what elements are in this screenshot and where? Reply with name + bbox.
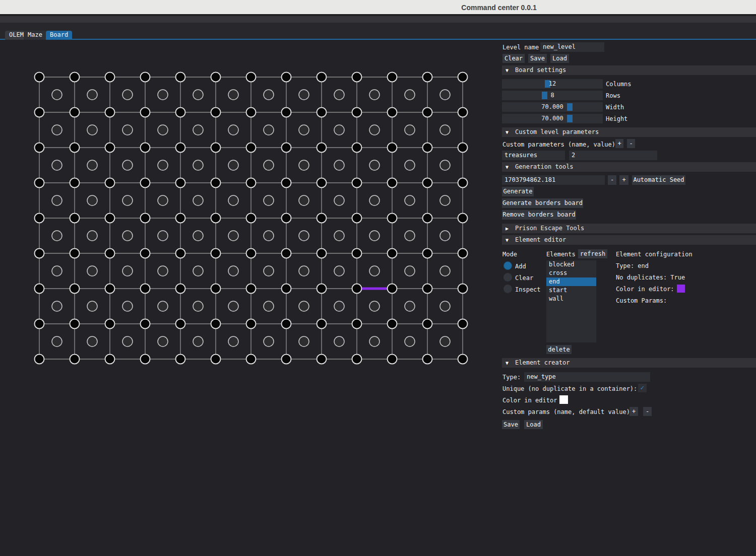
automatic-seed-button[interactable]: Automatic Seed [632, 175, 685, 185]
remove-param-button[interactable]: - [627, 139, 635, 148]
board-settings-header[interactable]: ▼Board settings [502, 65, 756, 75]
mode-radio-inspect[interactable] [503, 285, 512, 293]
clear-button[interactable]: Clear [502, 54, 525, 63]
seed-increment-button[interactable]: + [619, 175, 628, 185]
tab-bar [0, 23, 756, 40]
creator-load-button[interactable]: Load [524, 420, 543, 429]
height-label: Height [606, 115, 627, 123]
generate-button[interactable]: Generate [502, 187, 534, 196]
width-label: Width [606, 103, 624, 111]
param-value-input[interactable]: 2 [569, 151, 657, 160]
list-item-blocked[interactable]: blocked [546, 260, 596, 269]
list-item-wall[interactable]: wall [546, 295, 596, 303]
elements-label: Elements [546, 250, 576, 258]
mode-label: Mode [502, 250, 517, 258]
config-no-duplicates: No duplicates: True [616, 273, 685, 282]
creator-save-button[interactable]: Save [502, 420, 520, 429]
columns-slider[interactable]: 12 [502, 79, 603, 89]
creator-type-label: Type: [502, 373, 521, 381]
config-color-label: Color in editor: [616, 285, 674, 293]
title-bar[interactable]: Command center 0.0.1 [0, 0, 756, 15]
rows-slider[interactable]: 8 [502, 91, 603, 100]
collapse-arrow-icon: ▼ [506, 235, 512, 245]
seed-input[interactable]: 1703794862.181 [502, 175, 605, 185]
mode-add-label: Add [515, 262, 526, 270]
list-item-start[interactable]: start [546, 286, 596, 295]
config-custom-params: Custom Params: [616, 297, 667, 305]
generate-borders-button[interactable]: Generate borders board [502, 198, 583, 208]
element-editor-header[interactable]: ▼Element editor [502, 235, 756, 245]
custom-params-row-label: Custom parameters (name, value) [502, 141, 615, 149]
columns-label: Columns [606, 80, 632, 88]
element-creator-header[interactable]: ▼Element creator [502, 358, 756, 368]
config-type: Type: end [616, 262, 649, 270]
creator-unique-label: Unique (no duplicate in a container): [502, 385, 637, 393]
config-color-swatch[interactable] [677, 285, 685, 293]
collapse-arrow-icon: ▶ [506, 224, 512, 233]
element-configuration-title: Element configuration [616, 250, 692, 258]
level-name-input[interactable]: new_level [540, 42, 604, 52]
generation-tools-header[interactable]: ▼Generation tools [502, 162, 756, 172]
creator-remove-param-button[interactable]: - [643, 407, 652, 416]
list-item-cross[interactable]: cross [546, 269, 596, 277]
board-canvas[interactable] [0, 40, 484, 423]
window-title: Command center 0.0.1 [461, 4, 536, 12]
collapse-arrow-icon: ▼ [506, 162, 512, 172]
refresh-button[interactable]: refresh [578, 249, 607, 258]
list-item-end[interactable]: end [546, 277, 596, 286]
mode-radio-clear[interactable] [503, 273, 512, 282]
collapse-arrow-icon: ▼ [506, 65, 512, 75]
load-button[interactable]: Load [550, 54, 569, 63]
menu-strip [0, 16, 756, 23]
seed-decrement-button[interactable]: - [608, 175, 616, 185]
param-name-input[interactable]: treasures [502, 151, 565, 160]
tab-maze[interactable]: Maze [24, 31, 46, 40]
add-param-button[interactable]: + [615, 139, 623, 148]
save-button[interactable]: Save [528, 54, 547, 63]
delete-button[interactable]: delete [546, 345, 572, 354]
height-slider[interactable]: 70.000 [502, 114, 603, 123]
mode-clear-label: Clear [515, 274, 533, 282]
creator-color-swatch[interactable] [559, 395, 568, 404]
level-name-label: Level name [502, 43, 539, 51]
custom-level-params-header[interactable]: ▼Custom level parameters [502, 127, 756, 137]
creator-add-param-button[interactable]: + [629, 407, 638, 416]
unique-checkbox[interactable]: ✓ [638, 384, 647, 392]
prison-escape-tools-header[interactable]: ▶Prison Escape Tools [502, 224, 756, 233]
rows-label: Rows [606, 92, 620, 100]
collapse-arrow-icon: ▼ [506, 358, 512, 368]
width-slider[interactable]: 70.000 [502, 102, 603, 112]
remove-borders-button[interactable]: Remove borders board [502, 210, 576, 220]
mode-radio-add[interactable] [503, 261, 512, 270]
creator-color-label: Color in editor [502, 396, 557, 404]
creator-custom-params-label: Custom params (name, default value) [502, 408, 630, 416]
creator-type-input[interactable]: new_type [524, 372, 650, 382]
collapse-arrow-icon: ▼ [506, 127, 512, 137]
mode-inspect-label: Inspect [515, 286, 541, 294]
tab-board[interactable]: Board [46, 31, 72, 40]
elements-listbox[interactable]: blocked cross end start wall [546, 260, 596, 342]
